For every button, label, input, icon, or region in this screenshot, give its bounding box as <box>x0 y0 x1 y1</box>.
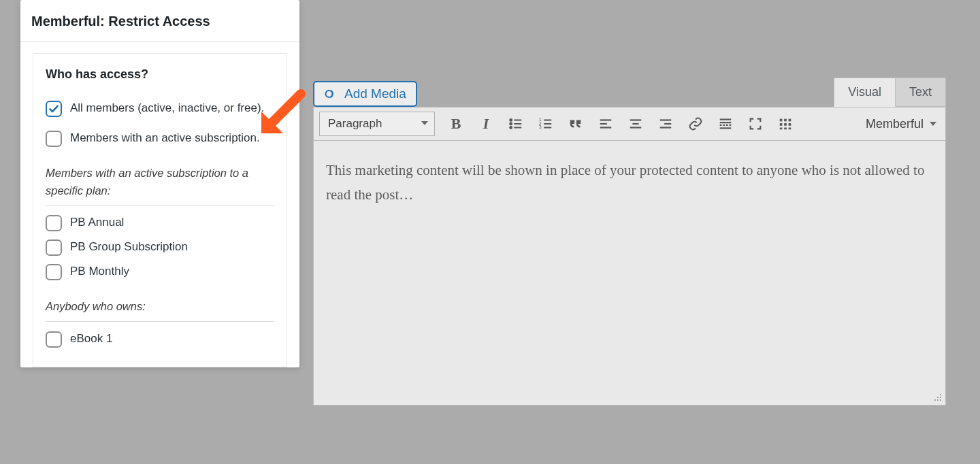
svg-rect-28 <box>789 119 791 122</box>
plan-pb-monthly[interactable]: PB Monthly <box>46 263 274 280</box>
chevron-down-icon <box>421 117 429 131</box>
panel-title: Memberful: Restrict Access <box>20 0 299 42</box>
editor-content-area[interactable]: This marketing content will be shown in … <box>313 141 946 405</box>
restrict-access-panel: Memberful: Restrict Access Who has acces… <box>20 0 299 367</box>
add-media-button[interactable]: Add Media <box>313 81 417 107</box>
svg-rect-26 <box>780 119 783 122</box>
plan-label: PB Group Subscription <box>70 238 188 256</box>
svg-point-38 <box>934 399 936 401</box>
option-all-members[interactable]: All members (active, inactive, or free). <box>46 99 274 117</box>
paragraph-label: Paragraph <box>328 117 382 131</box>
owns-label: eBook 1 <box>70 330 112 348</box>
checkbox-icon <box>46 264 62 280</box>
editor: Add Media Visual Text Paragraph B I 123 <box>313 78 946 405</box>
svg-point-37 <box>940 397 941 398</box>
editor-topbar: Add Media Visual Text <box>313 78 946 107</box>
svg-rect-31 <box>789 123 791 126</box>
align-left-button[interactable] <box>591 110 620 138</box>
tab-visual[interactable]: Visual <box>834 78 896 107</box>
tab-text[interactable]: Text <box>896 78 946 107</box>
editor-tabs: Visual Text <box>834 78 946 107</box>
plans-section-label: Members with an active subscription to a… <box>46 165 274 205</box>
who-has-access-label: Who has access? <box>46 67 274 82</box>
svg-text:3: 3 <box>539 125 542 129</box>
numbered-list-button[interactable]: 123 <box>532 110 560 138</box>
svg-point-40 <box>940 399 941 401</box>
svg-point-35 <box>940 394 941 395</box>
add-media-label: Add Media <box>344 86 406 101</box>
svg-point-36 <box>937 397 938 398</box>
checkbox-icon <box>46 101 62 117</box>
svg-point-1 <box>510 119 512 121</box>
editor-toolbar: Paragraph B I 123 <box>313 107 946 141</box>
svg-rect-32 <box>780 128 783 130</box>
panel-body: Who has access? All members (active, ina… <box>33 53 287 367</box>
resize-handle-icon[interactable] <box>932 391 943 402</box>
plan-label: PB Annual <box>70 214 124 231</box>
align-right-button[interactable] <box>651 110 680 138</box>
bullet-list-button[interactable] <box>502 110 530 138</box>
checkbox-icon <box>46 239 62 256</box>
plan-label: PB Monthly <box>70 263 129 280</box>
link-button[interactable] <box>681 110 710 138</box>
media-icon <box>324 87 338 101</box>
owns-ebook-1[interactable]: eBook 1 <box>46 330 274 348</box>
toolbar-toggle-button[interactable] <box>771 110 800 138</box>
memberful-dropdown-label: Memberful <box>866 117 924 131</box>
checkbox-icon <box>46 131 62 147</box>
svg-rect-29 <box>780 123 783 126</box>
plan-pb-group[interactable]: PB Group Subscription <box>46 238 274 256</box>
svg-rect-34 <box>789 128 791 130</box>
owns-section-label: Anybody who owns: <box>46 298 274 322</box>
svg-rect-30 <box>784 123 787 126</box>
bold-button[interactable]: B <box>442 110 470 138</box>
insert-more-button[interactable] <box>711 110 740 138</box>
editor-body-text: This marketing content will be shown in … <box>326 159 933 207</box>
svg-rect-27 <box>784 119 787 122</box>
svg-point-39 <box>937 399 938 401</box>
plan-pb-annual[interactable]: PB Annual <box>46 214 274 231</box>
option-label: Members with an active subscription. <box>70 129 260 147</box>
align-center-button[interactable] <box>621 110 650 138</box>
chevron-down-icon <box>929 117 937 131</box>
svg-rect-33 <box>784 128 787 130</box>
memberful-dropdown[interactable]: Memberful <box>863 117 940 131</box>
fullscreen-button[interactable] <box>741 110 770 138</box>
svg-point-5 <box>510 127 512 129</box>
italic-button[interactable]: I <box>472 110 500 138</box>
svg-point-3 <box>510 123 512 125</box>
paragraph-dropdown[interactable]: Paragraph <box>319 112 435 136</box>
checkbox-icon <box>46 215 62 231</box>
option-label: All members (active, inactive, or free). <box>70 99 264 117</box>
option-active-subscription[interactable]: Members with an active subscription. <box>46 129 274 147</box>
checkbox-icon <box>46 331 62 348</box>
quote-button[interactable] <box>561 110 590 138</box>
